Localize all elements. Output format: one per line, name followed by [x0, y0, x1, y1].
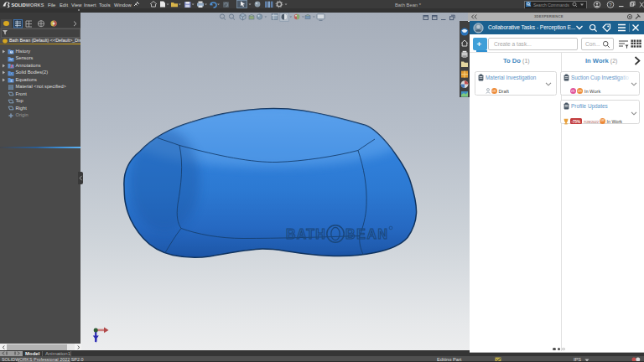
svg-text:BATH: BATH: [286, 227, 326, 241]
svg-text:Σ: Σ: [10, 79, 13, 83]
svg-text:BEAN: BEAN: [345, 227, 389, 241]
svg-text:?: ?: [609, 2, 612, 7]
